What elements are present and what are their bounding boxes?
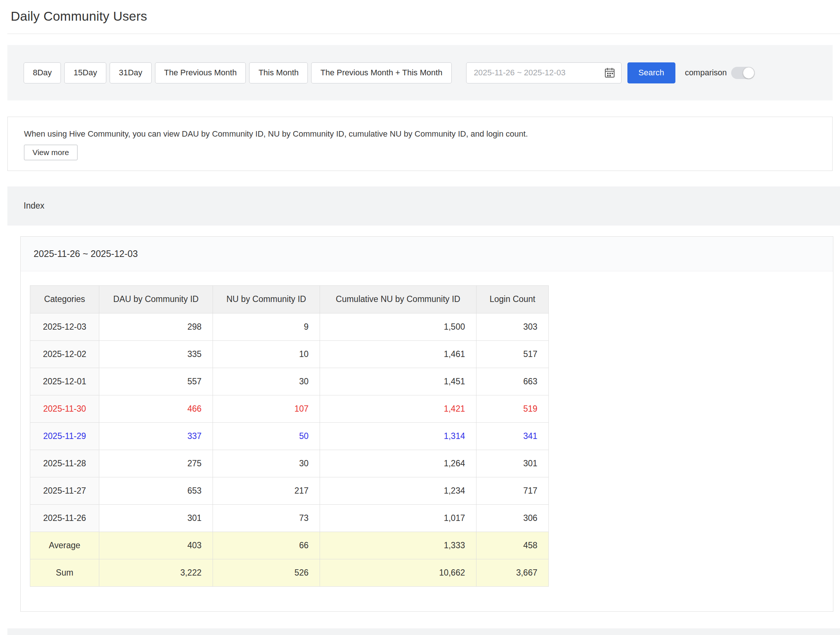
page: Daily Community Users 8Day15Day31DayThe … bbox=[0, 0, 840, 635]
row-value: 557 bbox=[99, 368, 213, 395]
column-header: Cumulative NU by Community ID bbox=[320, 285, 477, 313]
quick-range-button[interactable]: The Previous Month bbox=[155, 62, 246, 84]
section-header: Index bbox=[7, 186, 840, 226]
row-value: 717 bbox=[477, 477, 549, 504]
row-value: 1,461 bbox=[320, 340, 477, 368]
table-row: Average403661,333458 bbox=[30, 532, 549, 559]
row-value: 341 bbox=[477, 422, 549, 450]
row-value: 275 bbox=[99, 450, 213, 477]
row-value: 337 bbox=[99, 422, 213, 450]
row-value: 9 bbox=[213, 313, 320, 340]
report-panel: 2025-11-26 ~ 2025-12-03 CategoriesDAU by… bbox=[20, 236, 834, 612]
table-row: 2025-11-276532171,234717 bbox=[30, 477, 549, 504]
panel-title: 2025-11-26 ~ 2025-12-03 bbox=[33, 248, 138, 259]
row-category: 2025-11-29 bbox=[30, 422, 99, 450]
row-value: 1,421 bbox=[320, 395, 477, 422]
column-header: DAU by Community ID bbox=[99, 285, 213, 313]
row-value: 466 bbox=[99, 395, 213, 422]
row-category: Average bbox=[30, 532, 99, 559]
view-more-button[interactable]: View more bbox=[24, 145, 77, 160]
row-value: 1,017 bbox=[320, 504, 477, 532]
row-value: 403 bbox=[99, 532, 213, 559]
column-header: Categories bbox=[30, 285, 99, 313]
column-header: Login Count bbox=[477, 285, 549, 313]
row-category: 2025-11-30 bbox=[30, 395, 99, 422]
row-value: 10 bbox=[213, 340, 320, 368]
row-value: 519 bbox=[477, 395, 549, 422]
search-button[interactable]: Search bbox=[627, 62, 676, 84]
row-value: 526 bbox=[213, 559, 320, 586]
row-value: 306 bbox=[477, 504, 549, 532]
table-row: 2025-12-0329891,500303 bbox=[30, 313, 549, 340]
comparison-toggle-knob bbox=[743, 67, 755, 79]
next-section-band bbox=[7, 629, 840, 635]
row-value: 30 bbox=[213, 450, 320, 477]
row-category: 2025-11-28 bbox=[30, 450, 99, 477]
row-value: 30 bbox=[213, 368, 320, 395]
info-text: When using Hive Community, you can view … bbox=[24, 129, 816, 139]
table-row: 2025-12-01557301,451663 bbox=[30, 368, 549, 395]
row-category: 2025-12-02 bbox=[30, 340, 99, 368]
page-title: Daily Community Users bbox=[0, 0, 840, 24]
row-value: 3,667 bbox=[477, 559, 549, 586]
row-category: 2025-12-03 bbox=[30, 313, 99, 340]
quick-range-group: 8Day15Day31DayThe Previous MonthThis Mon… bbox=[24, 62, 452, 84]
stats-table: CategoriesDAU by Community IDNU by Commu… bbox=[30, 285, 549, 587]
row-value: 1,451 bbox=[320, 368, 477, 395]
row-value: 1,500 bbox=[320, 313, 477, 340]
row-value: 1,234 bbox=[320, 477, 477, 504]
table-header-row: CategoriesDAU by Community IDNU by Commu… bbox=[30, 285, 549, 313]
table-row: 2025-12-02335101,461517 bbox=[30, 340, 549, 368]
row-value: 458 bbox=[477, 532, 549, 559]
row-category: 2025-12-01 bbox=[30, 368, 99, 395]
table-row: Sum3,22252610,6623,667 bbox=[30, 559, 549, 586]
table-row: 2025-11-26301731,017306 bbox=[30, 504, 549, 532]
calendar-icon[interactable] bbox=[604, 67, 615, 78]
date-range-field[interactable] bbox=[466, 62, 622, 84]
section-title: Index bbox=[24, 201, 44, 211]
table-row: 2025-11-28275301,264301 bbox=[30, 450, 549, 477]
row-value: 301 bbox=[477, 450, 549, 477]
row-value: 217 bbox=[213, 477, 320, 504]
row-value: 10,662 bbox=[320, 559, 477, 586]
row-value: 50 bbox=[213, 422, 320, 450]
panel-body: CategoriesDAU by Community IDNU by Commu… bbox=[21, 271, 833, 587]
quick-range-button[interactable]: The Previous Month + This Month bbox=[311, 62, 452, 84]
row-value: 653 bbox=[99, 477, 213, 504]
row-value: 517 bbox=[477, 340, 549, 368]
toolbar: 8Day15Day31DayThe Previous MonthThis Mon… bbox=[7, 45, 833, 100]
title-divider bbox=[7, 33, 840, 34]
quick-range-button[interactable]: 15Day bbox=[64, 62, 106, 84]
row-value: 335 bbox=[99, 340, 213, 368]
row-value: 298 bbox=[99, 313, 213, 340]
quick-range-button[interactable]: This Month bbox=[249, 62, 308, 84]
row-value: 1,314 bbox=[320, 422, 477, 450]
row-value: 301 bbox=[99, 504, 213, 532]
column-header: NU by Community ID bbox=[213, 285, 320, 313]
row-value: 303 bbox=[477, 313, 549, 340]
table-row: 2025-11-29337501,314341 bbox=[30, 422, 549, 450]
row-category: Sum bbox=[30, 559, 99, 586]
row-value: 1,264 bbox=[320, 450, 477, 477]
row-value: 73 bbox=[213, 504, 320, 532]
date-range-input[interactable] bbox=[474, 68, 604, 77]
comparison-label: comparison bbox=[685, 68, 727, 77]
quick-range-button[interactable]: 31Day bbox=[110, 62, 152, 84]
panel-header: 2025-11-26 ~ 2025-12-03 bbox=[21, 237, 833, 271]
row-value: 66 bbox=[213, 532, 320, 559]
row-value: 1,333 bbox=[320, 532, 477, 559]
quick-range-button[interactable]: 8Day bbox=[24, 62, 61, 84]
comparison-toggle[interactable] bbox=[731, 67, 755, 79]
row-value: 3,222 bbox=[99, 559, 213, 586]
row-value: 663 bbox=[477, 368, 549, 395]
table-row: 2025-11-304661071,421519 bbox=[30, 395, 549, 422]
info-box: When using Hive Community, you can view … bbox=[7, 117, 833, 171]
row-value: 107 bbox=[213, 395, 320, 422]
row-category: 2025-11-27 bbox=[30, 477, 99, 504]
row-category: 2025-11-26 bbox=[30, 504, 99, 532]
